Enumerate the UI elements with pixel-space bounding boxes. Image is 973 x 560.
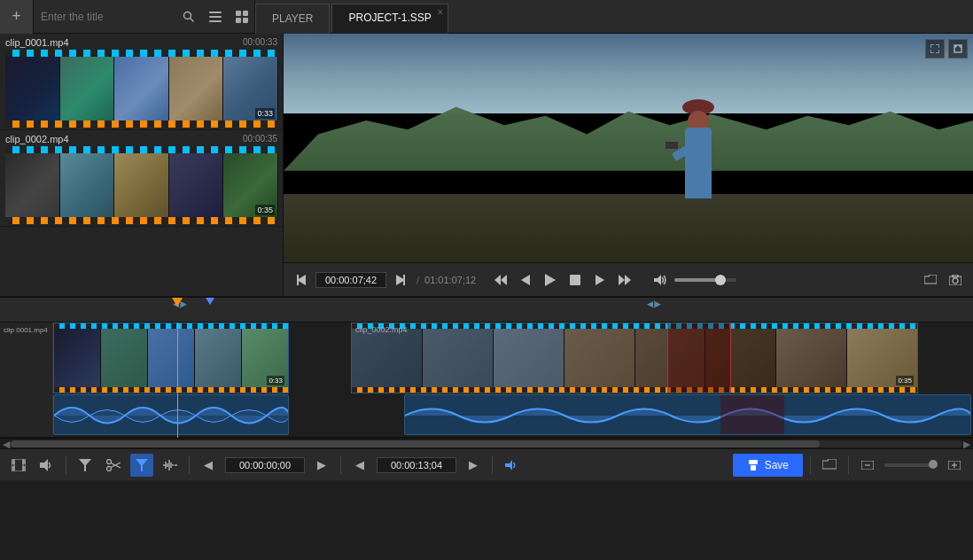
svg-rect-22 [570,275,580,285]
snapshot-button[interactable] [945,269,966,291]
svg-rect-2 [209,12,222,13]
volume-fill [674,278,721,282]
clip-thumb [423,329,494,387]
thumb-cell [114,57,169,128]
separator-1 [66,456,66,474]
filter-active-button[interactable] [130,454,153,477]
svg-line-1 [191,18,194,21]
clip-thumb [352,329,423,387]
video-corner-controls [925,39,968,58]
stop-button[interactable] [564,269,586,291]
clip-film-bottom-2 [352,387,917,393]
media-item-2-header: clip_0002.mp4 00:00:35 [5,134,277,144]
timeline-section: ◀|▶ ◀|▶ 00:00:00;00 00:00:05;00 00:00:10… [0,296,973,448]
next-button[interactable] [390,269,411,291]
fullscreen-button[interactable] [948,39,968,58]
audio-button[interactable] [35,454,58,477]
zoom-shrink-button[interactable] [856,454,879,477]
title-input[interactable] [34,11,175,23]
clip-thumb [776,329,847,387]
step-fwd-button[interactable] [589,269,611,291]
svg-rect-33 [12,461,14,463]
tab-player-label: PLAYER [272,12,313,25]
svg-marker-18 [501,275,507,285]
scrollbar-track[interactable] [11,440,962,447]
prev-button[interactable] [291,269,312,291]
svg-rect-15 [297,275,299,285]
svg-rect-35 [23,461,25,463]
media-item-1[interactable]: clip_0001.mp4 00:00:33 0:33 [0,34,283,130]
separator-4 [492,456,493,474]
timecode-prev-button[interactable]: ◀ [197,454,220,477]
svg-rect-3 [209,16,222,18]
clip-film-bottom [54,387,288,393]
scrollbar-thumb[interactable] [11,440,820,447]
audio-track [53,394,973,437]
scrollbar-left-arrow[interactable]: ◀ [2,439,11,449]
media-item-2-thumbtime: 0:35 [255,205,275,215]
svg-rect-4 [209,20,222,22]
scissors-button[interactable] [102,454,125,477]
step-back-button[interactable] [515,269,536,291]
tab-close-icon[interactable]: ✕ [437,8,444,17]
media-item-2-thumbnail: 0:35 [5,146,278,224]
audio-toggle-button[interactable] [500,454,523,477]
svg-marker-19 [494,275,501,285]
track-label-text: clip 0001.mp4 [4,326,48,334]
clip-film-top-2 [352,323,917,329]
resize-button[interactable] [925,39,945,58]
timecode2-prev-button[interactable]: ◀ [348,454,371,477]
svg-marker-37 [40,459,48,471]
tab-project[interactable]: PROJECT-1.SSP ✕ [331,4,448,34]
filmstrip-button[interactable] [7,454,30,477]
folder-button-bottom[interactable] [818,454,841,477]
svg-marker-43 [136,459,148,471]
grid-view-button[interactable] [229,0,255,34]
clip-2-label: clip_0002.mp4 [355,325,408,334]
main-area: clip_0001.mp4 00:00:33 0:33 clip_0002.mp… [0,34,973,296]
timecode2-next-button[interactable]: ▶ [462,454,485,477]
volume-icon[interactable] [650,269,671,291]
svg-marker-26 [654,275,661,285]
svg-marker-52 [751,465,756,471]
film-strip-bottom-1 [5,121,278,128]
filter-button[interactable] [74,454,97,477]
tab-player[interactable]: PLAYER [255,4,330,34]
film-strip-top-1 [5,50,278,57]
scrollbar-right-arrow[interactable]: ▶ [962,439,971,449]
video-track-row: clip 0001.mp4 0:33 clip_ [0,323,973,438]
svg-point-0 [184,12,191,19]
audio-block-2 [404,394,971,435]
volume-slider[interactable] [674,278,736,282]
thumb-cell [169,153,224,224]
clip-block-2[interactable]: clip_0002.mp4 0:35 [351,323,918,393]
clip-thumb [101,329,148,387]
list-view-button[interactable] [202,0,229,34]
svg-rect-9 [954,45,961,52]
waveform-2 [405,395,970,435]
svg-marker-25 [625,275,631,285]
svg-marker-38 [79,459,91,471]
timecode-next-button[interactable]: ▶ [310,454,333,477]
track-label: clip 0001.mp4 [0,323,53,437]
rewind-button[interactable] [490,269,511,291]
clip-time: 0:33 [267,376,284,385]
fast-fwd-button[interactable] [614,269,635,291]
svg-marker-21 [545,274,556,286]
play-pause-button[interactable] [540,269,561,291]
svg-rect-53 [749,460,758,464]
zoom-expand-button[interactable] [943,454,966,477]
add-media-button[interactable]: + [0,0,34,34]
audio-wave-button[interactable] [159,454,182,477]
zoom-slider[interactable] [884,463,938,467]
media-item-2[interactable]: clip_0002.mp4 00:00:35 0:35 [0,130,283,227]
player-controls: 00:00:07;42 / 01:01:07;12 [284,262,973,296]
audio-block-1 [53,394,289,435]
save-button[interactable]: Save [733,454,803,477]
folder-button[interactable] [920,269,941,291]
clip-thumb [54,329,101,387]
svg-rect-54 [754,461,756,463]
search-button[interactable] [175,0,202,34]
clip-block-1[interactable]: 0:33 [53,323,289,393]
media-item-2-name: clip_0002.mp4 [5,134,69,144]
